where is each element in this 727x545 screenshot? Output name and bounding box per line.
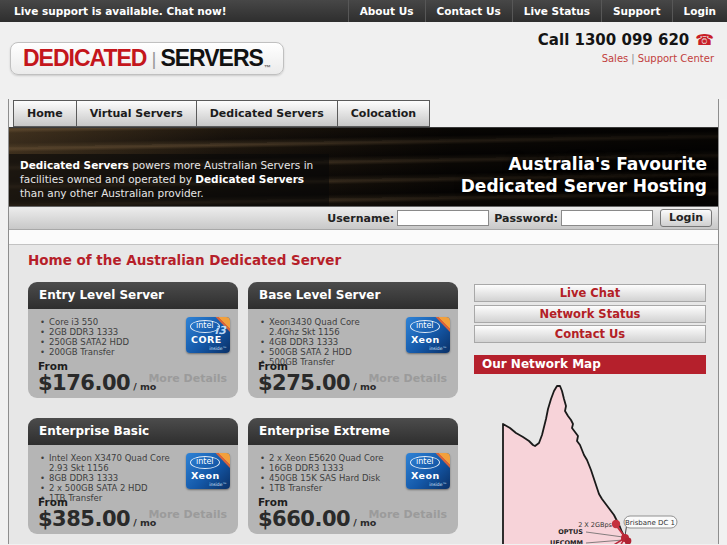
plan-body: Intel Xeon X3470 Quad Core 2.93 Skt 1156…: [28, 445, 238, 534]
spec-item: 4GB DDR3 1333: [258, 337, 390, 347]
plan-card-enterprise-basic: Enterprise Basic Intel Xeon X3470 Quad C…: [28, 418, 238, 534]
network-map-header: Our Network Map: [474, 355, 706, 374]
logo-text-dedicated: DEDICATED: [23, 45, 146, 72]
username-label: Username:: [327, 212, 394, 225]
intel-logo: intel: [410, 456, 440, 469]
plan-card-entry-level: Entry Level Server Core i3 550 2GB DDR3 …: [28, 282, 238, 398]
price-row: $275.00 / mo: [258, 371, 376, 395]
spec-item: 500GB SATA 2 HDD: [258, 347, 390, 357]
link-separator: |: [631, 53, 634, 64]
tagline-line-2: Dedicated Server Hosting: [461, 176, 707, 198]
more-details-link[interactable]: More Details: [148, 372, 227, 385]
support-center-link[interactable]: Support Center: [638, 53, 714, 64]
page-column: Home Virtual Servers Dedicated Servers C…: [8, 99, 719, 544]
spec-item: 250GB SATA2 HDD: [38, 337, 170, 347]
sales-link[interactable]: Sales: [602, 53, 629, 64]
password-input[interactable]: [561, 210, 653, 226]
inside-label: inside™: [209, 346, 227, 351]
hero-blurb-brand-1: Dedicated Servers: [20, 159, 129, 171]
spec-list: 2 x Xeon E5620 Quad Core 16GB DDR3 1333 …: [258, 453, 390, 493]
spec-item: 450GB 15K SAS Hard Disk: [258, 473, 390, 483]
spec-item: Xeon3430 Quad Core 2.4Ghz Skt 1156: [258, 317, 390, 337]
password-label: Password:: [494, 212, 558, 225]
header-links: Sales|Support Center: [538, 53, 714, 64]
phone-icon: ☎: [695, 31, 714, 49]
xeon-label: Xeon: [411, 334, 440, 345]
nav-about-us[interactable]: About Us: [348, 0, 425, 22]
tab-dedicated-servers[interactable]: Dedicated Servers: [197, 100, 338, 127]
spec-item: 2 x Xeon E5620 Quad Core: [258, 453, 390, 463]
tab-home[interactable]: Home: [13, 100, 77, 127]
inside-label: inside™: [429, 482, 447, 487]
contact-us-button[interactable]: Contact Us: [474, 325, 706, 343]
plan-card-enterprise-extreme: Enterprise Extreme 2 x Xeon E5620 Quad C…: [248, 418, 458, 534]
nav-support[interactable]: Support: [601, 0, 671, 22]
price-row: $660.00 / mo: [258, 507, 376, 531]
logo-text-servers: SERVERS: [160, 45, 263, 72]
hero-tagline: Australia's Favourite Dedicated Server H…: [461, 154, 707, 198]
logo[interactable]: DEDICATED | SERVERS ™: [10, 42, 284, 75]
spec-list: Core i3 550 2GB DDR3 1333 250GB SATA2 HD…: [38, 317, 170, 357]
hero-blurb-brand-2: Dedicated Servers: [195, 173, 304, 185]
more-details-link[interactable]: More Details: [148, 508, 227, 521]
i3-label: i3: [215, 324, 226, 337]
live-support-link[interactable]: Live support is available. Chat now!: [0, 0, 227, 22]
phone-block: Call 1300 099 620☎ Sales|Support Center: [538, 31, 714, 64]
intel-logo: intel: [190, 456, 220, 469]
spec-item: 200GB Transfer: [38, 347, 170, 357]
plan-body: Xeon3430 Quad Core 2.4Ghz Skt 1156 4GB D…: [248, 309, 458, 398]
xeon-label: Xeon: [411, 470, 440, 481]
plan-title: Base Level Server: [248, 282, 458, 309]
nav-login[interactable]: Login: [672, 0, 727, 22]
plan-card-base-level: Base Level Server Xeon3430 Quad Core 2.4…: [248, 282, 458, 398]
intel-logo: intel: [410, 320, 440, 333]
top-utility-bar: Live support is available. Chat now! Abo…: [0, 0, 727, 22]
more-details-link[interactable]: More Details: [368, 372, 447, 385]
intel-xeon-badge-icon: intel Xeon inside™: [406, 317, 450, 353]
network-map: Brisbane DC 1 2 X 2GBps OPTUS UECOMM: [474, 375, 714, 544]
plan-price: $385.00: [38, 507, 130, 531]
plan-title: Entry Level Server: [28, 282, 238, 309]
spec-item: Intel Xeon X3470 Quad Core 2.93 Skt 1156: [38, 453, 170, 473]
intel-core-i3-badge-icon: intel CORE i3 inside™: [186, 317, 230, 353]
call-text: Call 1300 099 620: [538, 31, 689, 49]
plan-title: Enterprise Basic: [28, 418, 238, 445]
phone-number: Call 1300 099 620☎: [538, 31, 714, 49]
spec-item: 1TB Transfer: [258, 483, 390, 493]
logo-separator: |: [151, 48, 155, 70]
spec-item: 2GB DDR3 1333: [38, 327, 170, 337]
nav-live-status[interactable]: Live Status: [512, 0, 601, 22]
intel-xeon-badge-icon: intel Xeon inside™: [186, 453, 230, 489]
login-button[interactable]: Login: [660, 209, 712, 227]
spec-item: Core i3 550: [38, 317, 170, 327]
spec-item: 8GB DDR3 1333: [38, 473, 170, 483]
optus-label: OPTUS: [558, 528, 583, 536]
trademark-symbol: ™: [264, 64, 271, 71]
brisbane-dc-label: Brisbane DC 1: [625, 519, 675, 527]
live-chat-button[interactable]: Live Chat: [474, 284, 706, 302]
bandwidth-node: [612, 520, 620, 528]
plan-title: Enterprise Extreme: [248, 418, 458, 445]
tab-virtual-servers[interactable]: Virtual Servers: [77, 100, 197, 127]
site-header: DEDICATED | SERVERS ™ Call 1300 099 620☎…: [0, 22, 727, 99]
tab-colocation[interactable]: Colocation: [338, 100, 430, 127]
xeon-label: Xeon: [191, 470, 220, 481]
bandwidth-label: 2 X 2GBps: [578, 521, 612, 529]
nav-contact-us[interactable]: Contact Us: [425, 0, 512, 22]
hero-blurb-text-2: than any other Australian provider.: [20, 187, 204, 199]
inside-label: inside™: [429, 346, 447, 351]
price-row: $385.00 / mo: [38, 507, 156, 531]
main-nav: Home Virtual Servers Dedicated Servers C…: [9, 99, 718, 127]
network-status-button[interactable]: Network Status: [474, 305, 706, 323]
username-input[interactable]: [397, 210, 489, 226]
plan-body: 2 x Xeon E5620 Quad Core 16GB DDR3 1333 …: [248, 445, 458, 534]
tagline-line-1: Australia's Favourite: [461, 154, 707, 176]
spec-item: 2 x 500GB SATA 2 HDD: [38, 483, 170, 493]
login-bar: Username: Password: Login: [9, 207, 718, 230]
divider-strip: [9, 230, 718, 244]
uecomm-label: UECOMM: [550, 539, 583, 544]
main-content: Home of the Australian Dedicated Server …: [9, 244, 718, 544]
more-details-link[interactable]: More Details: [368, 508, 447, 521]
hero-banner: Dedicated Servers powers more Australian…: [9, 127, 718, 207]
plan-price: $275.00: [258, 371, 350, 395]
